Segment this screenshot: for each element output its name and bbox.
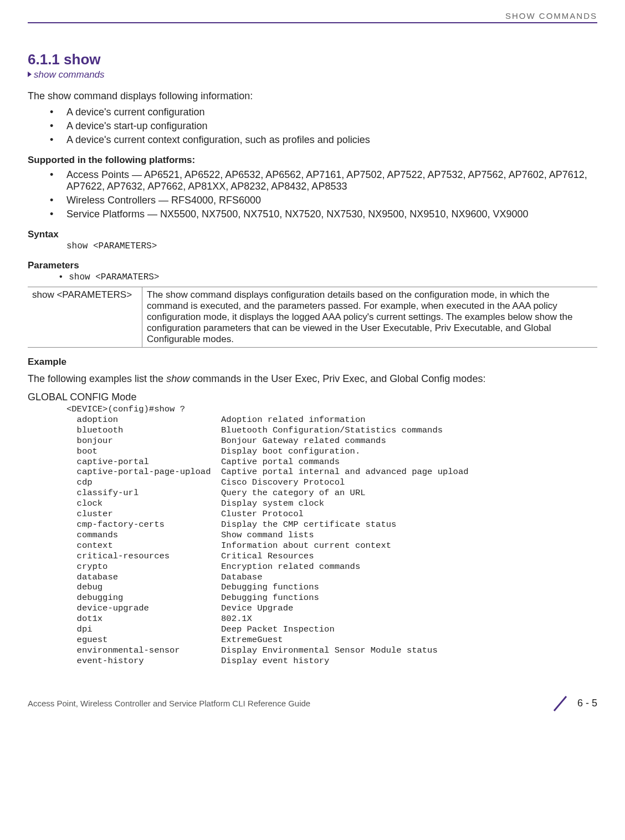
example-intro-ital: show (166, 373, 189, 384)
arrow-right-icon (28, 72, 32, 77)
param-desc-cell: The show command displays configuration … (142, 287, 598, 348)
section-title: 6.1.1 show (28, 51, 597, 68)
page-number: 6 - 5 (577, 698, 597, 709)
intro-bullets: A device's current configuration A devic… (28, 106, 597, 146)
parameters-table: show <PARAMETERS> The show command displ… (28, 287, 597, 348)
breadcrumb-text: show commands (34, 69, 105, 80)
cli-output: <DEVICE>(config)#show ? adoption Adoptio… (66, 404, 597, 666)
list-item: A device's start-up configuration (50, 120, 597, 132)
supported-head: Supported in the following platforms: (28, 155, 597, 166)
list-item: Service Platforms — NX5500, NX7500, NX75… (50, 208, 597, 220)
parameters-head: Parameters (28, 260, 597, 271)
example-head: Example (28, 357, 597, 368)
list-item: A device's current context configuration… (50, 134, 597, 146)
page-footer: Access Point, Wireless Controller and Se… (28, 694, 597, 713)
table-row: show <PARAMETERS> The show command displ… (28, 287, 597, 348)
list-item: Wireless Controllers — RFS4000, RFS6000 (50, 195, 597, 206)
slash-icon (552, 694, 568, 713)
example-intro-post: commands in the User Exec, Priv Exec, an… (189, 373, 485, 384)
example-intro: The following examples list the show com… (28, 373, 597, 385)
syntax-head: Syntax (28, 229, 597, 240)
breadcrumb: show commands (28, 69, 597, 80)
param-name-cell: show <PARAMETERS> (28, 287, 142, 348)
parameters-line: • show <PARAMATERS> (58, 272, 597, 282)
example-intro-pre: The following examples list the (28, 373, 166, 384)
running-head: SHOW COMMANDS (28, 11, 597, 23)
svg-line-0 (554, 696, 566, 711)
list-item: A device's current configuration (50, 106, 597, 118)
syntax-code: show <PARAMETERS> (66, 241, 597, 251)
intro-text: The show command displays following info… (28, 90, 597, 102)
supported-bullets: Access Points — AP6521, AP6522, AP6532, … (28, 169, 597, 220)
list-item: Access Points — AP6521, AP6522, AP6532, … (50, 169, 597, 192)
footer-guide-title: Access Point, Wireless Controller and Se… (28, 699, 310, 708)
mode-heading: GLOBAL CONFIG Mode (28, 391, 597, 403)
